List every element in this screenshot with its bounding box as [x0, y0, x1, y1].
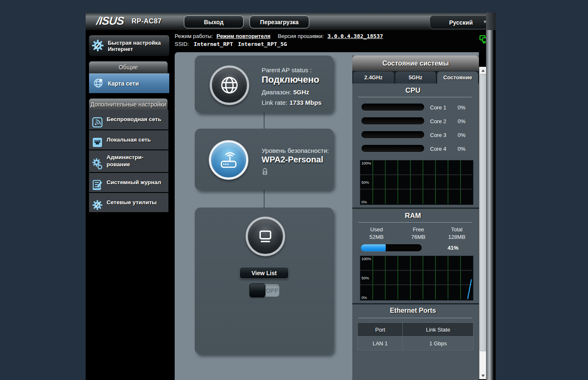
ram-total-value: 128MB	[438, 233, 476, 241]
wireless-icon	[92, 109, 103, 130]
ethernet-header-row: Port Link State	[358, 323, 473, 337]
ssid-5ghz[interactable]: Internet_RPT_5G	[238, 41, 287, 47]
cpu-graph-tick-50: 50%	[361, 180, 369, 185]
sidebar-item-system-log[interactable]: Системный журнал	[89, 173, 168, 192]
sidebar-item-quick-setup[interactable]: Быстрая настройка Интернет	[89, 35, 169, 56]
client-list-toggle[interactable]: OFF	[250, 284, 279, 296]
cpu-graph-tick-100: 100%	[361, 161, 371, 165]
ram-total: Total 128MB	[438, 226, 476, 241]
sidebar-item-wireless[interactable]: Беспроводная сеть	[89, 110, 168, 129]
mode-label: Режим работы:	[175, 33, 213, 39]
table-row: LAN 1 1 Gbps	[358, 337, 473, 350]
cpu-usage-graph: 100% 50% 0%	[360, 160, 473, 205]
quick-setup-icon	[91, 38, 105, 54]
router-admin-window: /ISUS RP-AC87 Выход Перезагрузка Русский…	[86, 13, 496, 380]
reboot-button[interactable]: Перезагрузка	[249, 15, 309, 28]
tab-24ghz[interactable]: 2.4GHz	[353, 71, 394, 84]
ram-used-value: 52MB	[358, 233, 395, 241]
section-divider	[352, 303, 479, 304]
ram-section-title: RAM	[352, 212, 473, 220]
model-name: RP-AC87	[132, 18, 162, 25]
divider	[358, 318, 472, 318]
sidebar-item-administration[interactable]: Администри- рование	[89, 150, 168, 172]
ram-percent: 41%	[448, 245, 458, 251]
cpu-core2-label: Core 2	[430, 118, 446, 124]
security-level-value: WPA2-Personal	[262, 155, 329, 165]
scrollbar-thumb[interactable]	[480, 74, 486, 351]
tab-status[interactable]: Состояние	[437, 71, 478, 84]
parent-ap-status-label: Parent AP status :	[262, 66, 321, 73]
port-column-header: Port	[358, 323, 403, 337]
ram-free-value: 76MB	[400, 233, 437, 241]
mode-link[interactable]: Режим повторителя	[216, 33, 270, 39]
ram-free: Free 76MB	[400, 226, 437, 241]
ram-usage-bar	[361, 244, 422, 251]
section-divider	[352, 208, 479, 209]
connector-line	[264, 190, 265, 208]
link-rate-label: Link rate:	[262, 99, 288, 106]
toggle-knob[interactable]	[249, 284, 265, 297]
internet-globe-icon[interactable]	[210, 66, 249, 105]
cpu-core4-label: Core 4	[430, 146, 446, 152]
band-label: Диапазон:	[262, 89, 291, 96]
client-devices-icon[interactable]	[246, 217, 285, 256]
cpu-core4-value: 0%	[458, 146, 466, 152]
top-bar: /ISUS RP-AC87 Выход Перезагрузка Русский…	[86, 13, 496, 30]
sidebar-section-general: Общие	[89, 61, 168, 73]
lan-label: Локальная сеть	[107, 137, 151, 144]
cpu-core1-value: 0%	[458, 104, 466, 111]
ram-used-label: Used	[358, 226, 395, 233]
cpu-core2-value: 0%	[458, 118, 466, 124]
divider	[358, 222, 472, 223]
tab-5ghz[interactable]: 5GHz	[395, 71, 436, 84]
view-list-button[interactable]: View List	[239, 267, 289, 279]
firmware-link[interactable]: 3.0.0.4.382_18537	[328, 33, 383, 39]
system-status-title: Состояние системы	[352, 56, 479, 71]
wireless-label: Беспроводная сеть	[107, 116, 161, 123]
ssid-label: SSID:	[175, 41, 189, 47]
sidebar-item-network-tools[interactable]: Сетевые утилиты	[89, 193, 168, 212]
ssid-line: SSID: Internet_RPT Internet_RPT_5G	[175, 41, 287, 47]
router-icon[interactable]	[209, 140, 248, 180]
asus-logo: /ISUS	[96, 15, 125, 28]
security-level-label: Уровень безопасности:	[262, 147, 329, 154]
network-tools-icon	[92, 192, 103, 213]
security-card: Уровень безопасности: WPA2-Personal	[195, 129, 333, 190]
port-cell: LAN 1	[358, 337, 403, 350]
window-edge	[486, 13, 496, 30]
cpu-core1-bar	[361, 104, 424, 111]
cpu-core3-bar	[361, 131, 424, 138]
lan-icon	[92, 129, 103, 150]
ram-usage-graph: 100% 50% 0%	[360, 256, 473, 301]
lock-icon	[262, 168, 329, 177]
cpu-graph-tick-0: 0%	[361, 200, 367, 204]
ram-free-label: Free	[400, 226, 437, 233]
link-state-column-header: Link State	[403, 323, 473, 337]
network-map-icon	[92, 77, 104, 90]
window-edge	[494, 30, 496, 380]
language-select[interactable]: Русский ▼	[430, 15, 492, 29]
toggle-state-label: OFF	[265, 285, 279, 296]
quick-setup-label: Быстрая настройка Интернет	[108, 40, 168, 52]
divider	[358, 97, 472, 97]
sidebar-item-network-map[interactable]: Карта сети	[89, 73, 169, 93]
ethernet-ports-table: Port Link State LAN 1 1 Gbps	[357, 322, 473, 350]
administration-label: Администри- рование	[107, 154, 143, 168]
panel-scrollbar[interactable]	[479, 67, 486, 379]
system-log-icon	[92, 172, 103, 193]
system-status-panel: Состояние системы 2.4GHz 5GHz Состояние …	[352, 56, 479, 380]
administration-icon	[92, 151, 103, 172]
network-tools-label: Сетевые утилиты	[107, 199, 157, 206]
language-value: Русский	[449, 19, 473, 26]
logout-button[interactable]: Выход	[184, 15, 244, 28]
parent-ap-card: Parent AP status : Подключено Диапазон:5…	[195, 56, 333, 113]
ethernet-section-title: Ethernet Ports	[352, 307, 473, 314]
cpu-core-row: Core 2 0%	[352, 117, 479, 126]
scroll-down-arrow[interactable]	[479, 372, 486, 379]
cpu-core-row: Core 3 0%	[352, 131, 479, 139]
link-rate-value: 1733 Mbps	[290, 99, 322, 106]
cpu-core3-label: Core 3	[430, 132, 446, 138]
ssid-24ghz[interactable]: Internet_RPT	[194, 41, 233, 47]
sidebar-item-lan[interactable]: Локальная сеть	[89, 130, 168, 149]
scroll-up-arrow[interactable]	[479, 67, 486, 74]
